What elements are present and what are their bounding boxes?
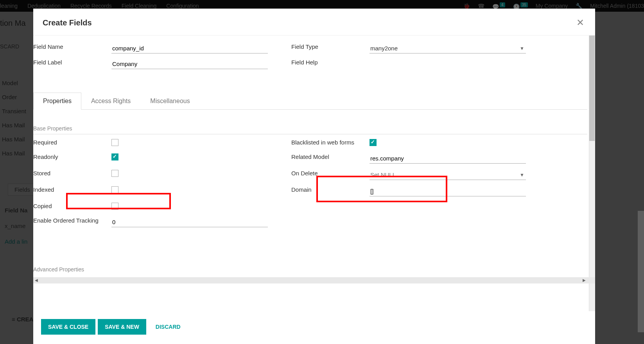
required-label: Required [33,139,111,146]
chevron-down-icon: ▼ [520,46,524,51]
base-properties-heading: Base Properties [33,110,587,134]
dialog-body: Field Name Field Type many2one ▼ Field L… [33,36,595,311]
indexed-checkbox[interactable] [111,186,118,193]
discard-button[interactable]: DISCARD [149,319,188,335]
close-button[interactable]: ✕ [575,17,586,28]
dialog-header: Create Fields ✕ [33,9,595,36]
dialog-title: Create Fields [43,18,92,27]
readonly-label: Readonly [33,153,111,160]
close-icon: ✕ [576,17,584,28]
save-new-button[interactable]: SAVE & NEW [98,319,146,335]
save-close-button[interactable]: SAVE & CLOSE [41,319,95,335]
blacklisted-label: Blacklisted in web forms [291,139,370,146]
indexed-label: Indexed [33,186,111,193]
stored-checkbox[interactable] [111,170,118,177]
tracking-input[interactable] [111,217,268,227]
field-type-label: Field Type [291,43,370,53]
properties-grid: Required Blacklisted in web forms Readon… [33,139,587,227]
top-form: Field Name Field Type many2one ▼ Field L… [33,43,587,85]
horizontal-scrollbar[interactable]: ◀ ▶ [33,277,595,283]
field-type-value: many2one [370,43,526,53]
on-delete-value: Set NULL [370,170,526,180]
tab-miscellaneous[interactable]: Miscellaneous [140,93,199,110]
on-delete-select[interactable]: Set NULL ▼ [370,170,526,180]
tab-properties[interactable]: Properties [33,93,81,110]
copied-label: Copied [33,203,111,209]
tracking-label: Enable Ordered Tracking [33,217,111,224]
field-label-input[interactable] [111,59,268,69]
chevron-down-icon: ▼ [520,172,524,178]
advanced-properties-heading: Advanced Properties [33,251,587,273]
readonly-checkbox[interactable] [111,153,118,160]
tabs: Properties Access Rights Miscellaneous [33,93,587,110]
related-model-label: Related Model [291,153,370,160]
domain-label: Domain [291,186,370,193]
dialog-footer: SAVE & CLOSE SAVE & NEW DISCARD [33,311,595,344]
field-name-label: Field Name [33,43,111,53]
required-checkbox[interactable] [111,139,118,146]
domain-input[interactable] [370,186,526,196]
blacklisted-checkbox[interactable] [370,139,377,146]
field-help-label: Field Help [291,59,370,69]
on-delete-label: On Delete [291,170,370,176]
tab-access-rights[interactable]: Access Rights [81,93,140,110]
field-type-select[interactable]: many2one ▼ [370,43,526,53]
create-fields-dialog: Create Fields ✕ Field Name Field Type ma… [33,9,595,344]
scroll-left-icon: ◀ [35,278,38,282]
field-name-input[interactable] [111,43,268,53]
field-label-label: Field Label [33,59,111,69]
vertical-scrollbar[interactable] [589,36,595,311]
related-model-input[interactable] [370,153,526,164]
stored-label: Stored [33,170,111,176]
copied-checkbox[interactable] [111,203,118,210]
scroll-right-icon: ▶ [583,278,586,282]
